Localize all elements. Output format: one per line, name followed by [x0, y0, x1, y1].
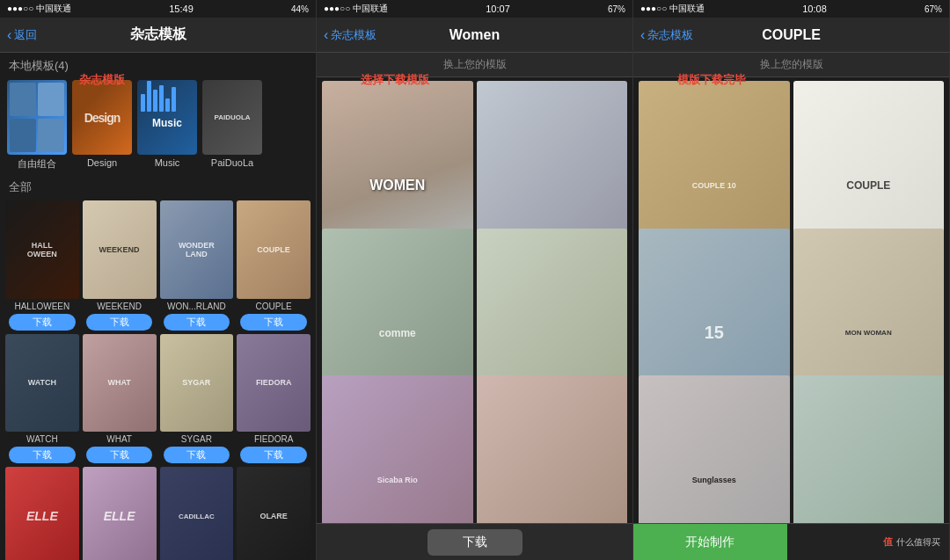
wonderland-download-btn[interactable]: 下载	[164, 314, 230, 331]
cadillac-thumb: CADILLAC	[160, 467, 234, 560]
banner-2: 换上您的模版	[317, 53, 632, 77]
back-label-3: 杂志模板	[647, 27, 693, 43]
fiedora-thumb: FIEDORA	[237, 334, 311, 433]
women-thumb-text-4	[550, 331, 553, 335]
back-button-1[interactable]: ‹ 返回	[7, 27, 37, 43]
template-cell-wonderland[interactable]: WONDERLAND WON...RLAND 下载	[160, 200, 234, 331]
panel-women-template: ●●●○○ 中国联通 10:07 67% ‹ 杂志模板 Women 选择下载模版…	[317, 0, 633, 560]
couple-thumb-text-4: MON WOMAN	[844, 327, 894, 338]
template-cell-sygar[interactable]: SYGAR SYGAR 下载	[160, 334, 234, 464]
banner-3: 换上您的模版	[633, 53, 949, 77]
halloween-thumb: HALLOWEEN	[5, 200, 79, 299]
wonderland-name: WON...RLAND	[167, 302, 226, 311]
weekend-thumb: WEEKEND	[83, 200, 157, 299]
wonderland-thumb: WONDERLAND	[160, 200, 234, 299]
wzdk-logo-area: 值 什么值得买	[787, 535, 950, 549]
status-bar-2: ●●●○○ 中国联通 10:07 67%	[317, 0, 632, 18]
design-label: Design	[87, 157, 117, 168]
template-cell-cadillac[interactable]: CADILLAC	[160, 467, 234, 560]
panel-magazine-list: ●●●○○ 中国联通 15:49 44% ‹ 返回 杂志模板 杂志模版 本地模板…	[0, 0, 317, 560]
status-bar-3: ●●●○○ 中国联通 10:08 67%	[633, 0, 949, 18]
template-cell-halloween[interactable]: HALLOWEEN HALLOWEEN 下载	[5, 200, 79, 331]
wzdk-sub-label: 什么值得买	[896, 536, 940, 549]
cadillac-text: CADILLAC	[177, 511, 216, 522]
local-item-design[interactable]: Design Design	[72, 80, 132, 171]
women-thumb-text-3: comme	[377, 325, 418, 341]
watch-name: WATCH	[26, 434, 58, 444]
banner-text-3: 换上您的模版	[760, 57, 823, 72]
women-thumb-text-2	[550, 184, 553, 187]
template-cell-elle1[interactable]: ELLE	[5, 467, 79, 560]
couple-thumb-text-3: 15	[703, 321, 726, 345]
music-text: Music	[137, 115, 197, 131]
music-bars	[137, 80, 197, 115]
couple-download-btn[interactable]: 下载	[240, 314, 306, 331]
weekend-download-btn[interactable]: 下载	[86, 314, 152, 331]
women-thumb-5[interactable]: Sicaba Rio	[322, 375, 473, 523]
olare-thumb: OLARE	[237, 467, 311, 560]
template-cell-olare[interactable]: OLARE	[237, 467, 311, 560]
chevron-left-icon: ‹	[7, 28, 11, 42]
couple-thumb-6[interactable]	[793, 375, 945, 523]
watch-download-btn[interactable]: 下载	[9, 447, 75, 463]
sygar-thumb: SYGAR	[160, 334, 234, 433]
fiedora-text: FIEDORA	[254, 376, 294, 389]
weekend-name: WEEKEND	[97, 302, 142, 311]
template-cell-elle2[interactable]: ELLE	[83, 467, 157, 560]
sygar-text: SYGAR	[180, 376, 212, 389]
all-templates-grid: HALLOWEEN HALLOWEEN 下载 WEEKEND WEEKEND 下…	[0, 197, 316, 560]
start-create-button[interactable]: 开始制作	[633, 524, 787, 560]
weekend-text: WEEKEND	[98, 244, 142, 256]
couple-thumb-text-2: COUPLE	[844, 178, 892, 193]
time-1: 15:49	[169, 4, 194, 14]
local-item-paiduola[interactable]: PAIDUOLA PaiDuoLa	[202, 80, 262, 171]
local-item-freeform[interactable]: 自由组合	[7, 80, 67, 171]
sygar-download-btn[interactable]: 下载	[164, 447, 230, 463]
template-cell-weekend[interactable]: WEEKEND WEEKEND 下载	[83, 200, 157, 331]
battery-2: 67%	[608, 4, 625, 14]
couple-text: COUPLE	[255, 244, 292, 256]
battery-3: 67%	[924, 4, 942, 14]
all-section-header: 全部	[0, 176, 316, 197]
paiduola-label: PaiDuoLa	[211, 157, 253, 168]
back-button-2[interactable]: ‹ 杂志模板	[324, 27, 376, 43]
local-item-music[interactable]: Music Music	[137, 80, 197, 171]
back-button-3[interactable]: ‹ 杂志模板	[640, 27, 693, 43]
paiduola-text: PAIDUOLA	[212, 112, 252, 123]
template-cell-what[interactable]: WHAT WHAT 下载	[83, 334, 157, 464]
nav-title-1: 杂志模板	[130, 25, 186, 44]
nav-bar-3: ‹ 杂志模板 COUPLE 模版下载完毕	[633, 18, 949, 53]
template-cell-watch[interactable]: WATCH WATCH 下载	[5, 334, 79, 464]
couple-thumb-text-5: Sunglasses	[691, 474, 738, 486]
what-text: WHAT	[106, 376, 132, 389]
olare-text: OLARE	[258, 510, 289, 522]
template-cell-fiedora[interactable]: FIEDORA FIEDORA 下载	[237, 334, 311, 464]
wzdk-logo-icon: 值	[883, 535, 893, 549]
chevron-left-icon-2: ‹	[324, 28, 328, 42]
music-thumb: Music	[137, 80, 197, 155]
download-button-2[interactable]: 下载	[428, 529, 522, 556]
battery-1: 44%	[291, 4, 309, 14]
time-3: 10:08	[802, 4, 827, 14]
design-text: Design	[83, 109, 122, 127]
couple-thumb-5[interactable]: Sunglasses	[639, 375, 790, 523]
local-section-header: 本地模板(4)	[0, 53, 316, 76]
what-download-btn[interactable]: 下载	[86, 447, 152, 463]
halloween-download-btn[interactable]: 下载	[9, 314, 75, 331]
women-thumb-text-5: Sicaba Rio	[376, 474, 420, 486]
women-thumb-6[interactable]	[477, 375, 628, 523]
template-cell-couple[interactable]: COUPLE COUPLE 下载	[237, 200, 311, 331]
carrier-2: ●●●○○ 中国联通	[324, 3, 388, 15]
fiedora-download-btn[interactable]: 下载	[240, 447, 306, 463]
sygar-name: SYGAR	[181, 434, 212, 444]
carrier-1: ●●●○○ 中国联通	[7, 3, 71, 15]
couple-name: COUPLE	[256, 302, 292, 311]
fiedora-name: FIEDORA	[254, 434, 293, 444]
halloween-text: HALLOWEEN	[26, 239, 59, 260]
nav-title-3: COUPLE	[762, 27, 821, 43]
nav-bar-1: ‹ 返回 杂志模板 杂志模版	[0, 18, 316, 53]
couple-thumb-text-6	[866, 478, 870, 482]
elle2-thumb: ELLE	[83, 467, 157, 560]
watch-text: WATCH	[26, 376, 58, 389]
couple-content-grid: COUPLE 10 COUPLE 15 MON WOMAN Sunglasses	[633, 77, 949, 523]
